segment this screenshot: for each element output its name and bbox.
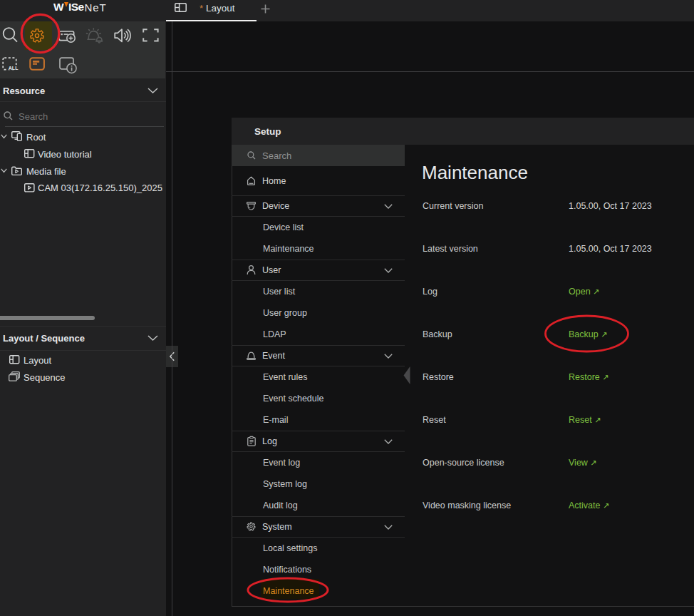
svg-text:ALL: ALL (9, 66, 19, 71)
